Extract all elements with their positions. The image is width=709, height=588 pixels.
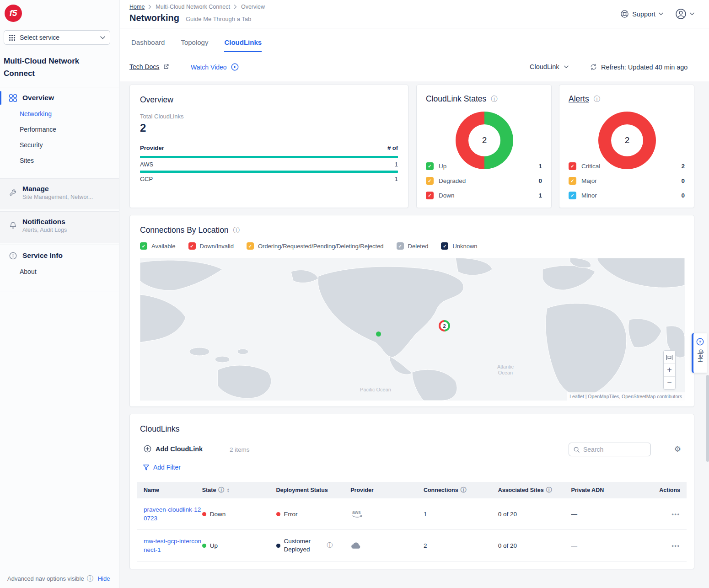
user-menu[interactable]	[675, 8, 694, 20]
info-icon[interactable]: ⓘ	[87, 575, 93, 583]
tab-dashboard[interactable]: Dashboard	[131, 38, 165, 52]
map-attribution[interactable]: Leaflet | OpenMapTiles, OpenStreetMap co…	[567, 392, 685, 401]
cloudlinks-table-card: CloudLinks Add CloudLink 2 items ⚙ Add F…	[129, 414, 694, 569]
info-icon[interactable]: ⓘ	[233, 226, 240, 235]
chevron-right-icon	[234, 5, 237, 9]
column-header-state[interactable]: State ⓘ ▲▼	[202, 486, 276, 494]
up-count: 1	[538, 163, 542, 170]
down-label: Down	[439, 192, 533, 199]
refresh-icon	[590, 63, 597, 71]
associated-sites-value: 0 of 20	[498, 511, 571, 518]
info-icon[interactable]: ⓘ	[594, 95, 600, 103]
breadcrumb: Home Multi-Cloud Network Connect Overvie…	[129, 4, 265, 10]
sidebar-item-service-info[interactable]: Service Info	[0, 247, 119, 264]
svg-text:aws: aws	[352, 510, 361, 515]
info-icon[interactable]: ⓘ	[546, 486, 552, 494]
critical-checkbox[interactable]: ✓	[569, 162, 576, 170]
column-header-actions: Actions	[650, 487, 687, 493]
column-header-deployment[interactable]: Deployment Status	[276, 487, 351, 493]
page-subtitle[interactable]: Guide Me Through a Tab	[186, 16, 251, 22]
bell-icon	[9, 221, 17, 230]
sidebar-item-notifications[interactable]: Notifications Alerts, Audit Logs	[0, 212, 119, 237]
cloudlink-name-link[interactable]: praveen-cloudlink-120723	[144, 506, 201, 522]
tab-topology[interactable]: Topology	[181, 38, 208, 52]
total-cloudlinks-label: Total CloudLinks	[140, 113, 398, 120]
down-invalid-label: Down/Invalid	[200, 243, 234, 250]
add-filter-label: Add Filter	[153, 464, 181, 471]
info-icon[interactable]: ⓘ	[327, 541, 333, 550]
funnel-icon	[143, 464, 150, 471]
column-header-connections[interactable]: Connectionsⓘ	[424, 486, 498, 494]
watch-video-link[interactable]: Watch Video	[191, 63, 239, 71]
deleted-checkbox[interactable]: ✓	[397, 242, 404, 250]
sidebar-item-networking[interactable]: Networking	[0, 106, 119, 122]
connections-map-title: Connections By Location	[140, 225, 229, 235]
sidebar-footer: Advanced nav options visible ⓘ Hide	[0, 569, 119, 588]
map-zoom-in-button[interactable]: +	[664, 363, 675, 376]
sidebar-item-manage[interactable]: Manage Site Management, Networ...	[0, 179, 119, 204]
deployment-dot	[276, 512, 280, 516]
minor-checkbox[interactable]: ✓	[569, 192, 576, 199]
gcp-cloud-icon	[350, 542, 424, 550]
alerts-title-link[interactable]: Alerts	[569, 94, 589, 104]
down-checkbox[interactable]: ✓	[426, 192, 434, 199]
select-service-dropdown[interactable]: Select service	[4, 30, 110, 45]
column-header-provider[interactable]: Provider	[350, 487, 424, 493]
scope-dropdown[interactable]: CloudLink	[530, 63, 569, 70]
cloudlinks-table: Name State ⓘ ▲▼ Deployment Status Provid…	[137, 482, 687, 561]
up-checkbox[interactable]: ✓	[426, 162, 434, 170]
f5-logo[interactable]: f5	[5, 5, 22, 22]
info-icon[interactable]: ⓘ	[218, 486, 224, 494]
map-fit-button[interactable]	[664, 351, 675, 363]
info-circle-icon	[9, 252, 17, 260]
column-header-name[interactable]: Name	[137, 487, 202, 493]
support-label: Support	[632, 11, 655, 18]
hide-nav-link[interactable]: Hide	[98, 575, 110, 582]
search-icon	[573, 446, 580, 453]
sidebar-item-about[interactable]: About	[0, 264, 119, 279]
table-settings-gear-icon[interactable]: ⚙	[674, 444, 681, 454]
wrench-icon	[9, 189, 17, 197]
scrollbar-thumb[interactable]	[706, 375, 709, 462]
up-label: Up	[439, 163, 533, 170]
sidebar-item-performance[interactable]: Performance	[0, 122, 119, 137]
available-checkbox[interactable]: ✓	[140, 242, 147, 250]
unknown-checkbox[interactable]: ✓	[441, 242, 448, 250]
map-cluster-marker[interactable]: 2	[439, 320, 450, 331]
sort-icon[interactable]: ▲▼	[226, 488, 230, 492]
breadcrumb-home[interactable]: Home	[129, 4, 145, 10]
tech-docs-link[interactable]: Tech Docs	[129, 63, 169, 70]
sidebar-item-security[interactable]: Security	[0, 137, 119, 153]
add-cloudlink-button[interactable]: Add CloudLink	[144, 445, 203, 453]
critical-label: Critical	[581, 163, 676, 170]
cloudlink-name-link[interactable]: mw-test-gcp-interconnect-1	[144, 538, 201, 553]
degraded-checkbox[interactable]: ✓	[426, 177, 434, 185]
info-icon[interactable]: ⓘ	[461, 486, 467, 494]
add-filter-button[interactable]: Add Filter	[143, 464, 181, 471]
overview-card-title: Overview	[140, 95, 398, 105]
world-map[interactable]: Atlantic Ocean Pacific Ocean 2 + − Leafl…	[140, 258, 685, 401]
overview-grid-icon	[9, 94, 17, 102]
breadcrumb-mcnc[interactable]: Multi-Cloud Network Connect	[156, 4, 230, 10]
info-icon[interactable]: ⓘ	[491, 95, 497, 103]
map-zoom-out-button[interactable]: −	[664, 376, 675, 389]
row-actions-menu[interactable]: •••	[671, 543, 680, 549]
help-tab[interactable]: ? Help	[692, 333, 707, 373]
table-search	[569, 443, 651, 456]
ordering-checkbox[interactable]: ✓	[247, 242, 254, 250]
degraded-count: 0	[538, 177, 542, 184]
major-checkbox[interactable]: ✓	[569, 177, 576, 185]
search-input[interactable]	[583, 446, 643, 453]
tab-cloudlinks[interactable]: CloudLinks	[224, 38, 262, 52]
sidebar-item-sites[interactable]: Sites	[0, 153, 119, 168]
map-marker-available[interactable]	[376, 331, 381, 337]
refresh-button[interactable]: Refresh: Updated 40 min ago	[590, 63, 688, 71]
support-menu[interactable]: Support	[620, 10, 663, 18]
breadcrumb-overview: Overview	[241, 4, 265, 10]
column-header-private-adn[interactable]: Private ADN	[571, 487, 650, 493]
column-header-associated-sites[interactable]: Associated Sitesⓘ	[498, 486, 571, 494]
down-invalid-checkbox[interactable]: ✓	[188, 242, 196, 250]
map-controls: + −	[663, 350, 676, 390]
row-actions-menu[interactable]: •••	[671, 511, 680, 518]
sidebar-item-overview[interactable]: Overview	[0, 90, 119, 106]
